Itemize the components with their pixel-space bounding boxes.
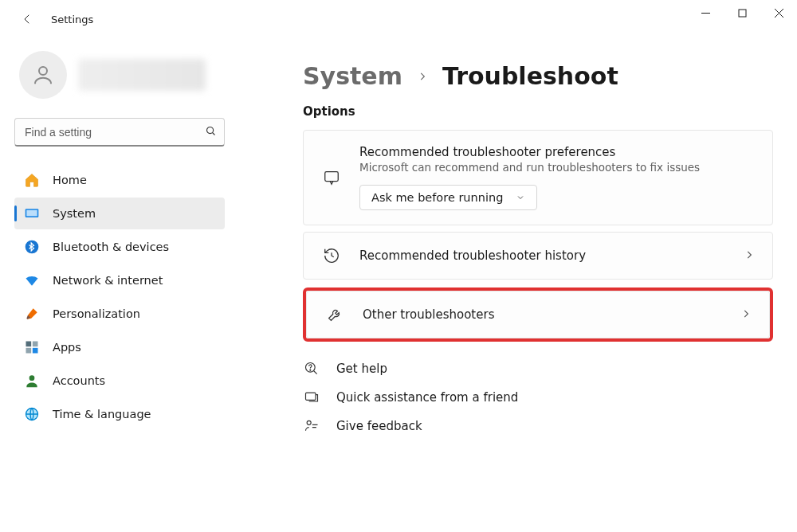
nav-label: Time & language (53, 408, 151, 421)
breadcrumb-parent[interactable]: System (303, 62, 402, 90)
svg-rect-11 (33, 342, 38, 347)
link-label: Get help (336, 362, 387, 376)
avatar (19, 51, 67, 99)
card-history[interactable]: Recommended troubleshooter history (303, 232, 773, 280)
card-other-troubleshooters[interactable]: Other troubleshooters (306, 291, 770, 338)
maximize-icon (738, 9, 747, 18)
search-input[interactable] (14, 118, 225, 147)
person-icon (31, 63, 55, 87)
apps-icon (24, 339, 40, 355)
nav-item-personalization[interactable]: Personalization (14, 298, 225, 330)
search-box[interactable] (14, 118, 225, 147)
globe-clock-icon (24, 406, 40, 422)
app-title: Settings (51, 14, 93, 25)
nav-item-apps[interactable]: Apps (14, 331, 225, 363)
wifi-icon (24, 272, 40, 288)
chevron-right-icon (744, 249, 755, 263)
link-get-help[interactable]: Get help (303, 361, 773, 377)
svg-rect-19 (306, 393, 316, 400)
link-label: Give feedback (336, 419, 422, 433)
dropdown-value: Ask me before running (371, 191, 503, 204)
breadcrumb: System Troubleshoot (303, 62, 773, 90)
brush-icon (24, 306, 40, 322)
svg-rect-12 (26, 348, 32, 354)
nav-label: Home (53, 174, 87, 186)
footer-links: Get help Quick assistance from a friend … (303, 361, 773, 434)
other-title: Other troubleshooters (363, 307, 723, 322)
minimize-icon (701, 9, 710, 18)
options-heading: Options (303, 104, 773, 119)
svg-point-18 (310, 370, 311, 370)
back-button[interactable] (11, 3, 43, 35)
svg-rect-10 (26, 342, 32, 347)
titlebar: Settings (0, 0, 797, 38)
search-icon (205, 125, 217, 139)
nav-label: Accounts (53, 374, 105, 387)
svg-point-4 (39, 67, 47, 75)
svg-point-5 (207, 127, 214, 134)
card-preferences: Recommended troubleshooter preferences M… (303, 130, 773, 225)
arrow-left-icon (20, 12, 34, 26)
history-icon (321, 247, 342, 264)
svg-point-14 (29, 375, 35, 381)
sidebar: Home System Bluetooth & devices Network … (0, 38, 239, 532)
pref-title: Recommended troubleshooter preferences (359, 145, 755, 159)
svg-rect-1 (739, 10, 746, 17)
nav-label: Network & internet (53, 274, 163, 287)
minimize-button[interactable] (687, 0, 724, 25)
system-icon (24, 205, 40, 221)
svg-point-20 (307, 421, 311, 424)
svg-rect-8 (26, 210, 37, 217)
nav-item-bluetooth[interactable]: Bluetooth & devices (14, 231, 225, 263)
help-icon (303, 361, 320, 377)
breadcrumb-current: Troubleshoot (442, 62, 618, 90)
nav-label: Bluetooth & devices (53, 241, 169, 253)
chevron-down-icon (516, 193, 525, 202)
link-give-feedback[interactable]: Give feedback (303, 418, 773, 434)
user-info-blurred (78, 59, 206, 91)
chat-icon (321, 169, 342, 186)
link-quick-assist[interactable]: Quick assistance from a friend (303, 389, 773, 405)
wrench-icon (324, 306, 345, 323)
feedback-icon (303, 418, 320, 434)
nav-item-home[interactable]: Home (14, 164, 225, 196)
nav: Home System Bluetooth & devices Network … (14, 164, 225, 430)
nav-item-accounts[interactable]: Accounts (14, 365, 225, 397)
svg-rect-16 (325, 172, 339, 182)
pref-subtitle: Microsoft can recommend and run troubles… (359, 161, 755, 174)
chevron-right-icon (740, 308, 752, 322)
nav-item-time-language[interactable]: Time & language (14, 398, 225, 430)
nav-item-network[interactable]: Network & internet (14, 264, 225, 296)
close-button[interactable] (760, 0, 797, 25)
history-title: Recommended troubleshooter history (359, 248, 726, 263)
main-content: System Troubleshoot Options Recommended … (239, 38, 797, 532)
home-icon (24, 172, 40, 188)
bluetooth-icon (24, 239, 40, 255)
highlight-box: Other troubleshooters (303, 288, 773, 342)
pref-dropdown[interactable]: Ask me before running (359, 185, 537, 210)
nav-label: Personalization (53, 307, 140, 320)
chevron-right-icon (417, 67, 428, 86)
close-icon (775, 9, 783, 18)
accounts-icon (24, 373, 40, 389)
nav-item-system[interactable]: System (14, 198, 225, 229)
user-block[interactable] (19, 51, 239, 99)
svg-line-6 (213, 133, 215, 135)
maximize-button[interactable] (724, 0, 760, 25)
link-label: Quick assistance from a friend (336, 390, 518, 405)
quick-assist-icon (303, 389, 320, 405)
nav-label: System (53, 207, 96, 220)
svg-rect-13 (33, 348, 38, 354)
window-controls (687, 0, 797, 25)
nav-label: Apps (53, 341, 81, 354)
